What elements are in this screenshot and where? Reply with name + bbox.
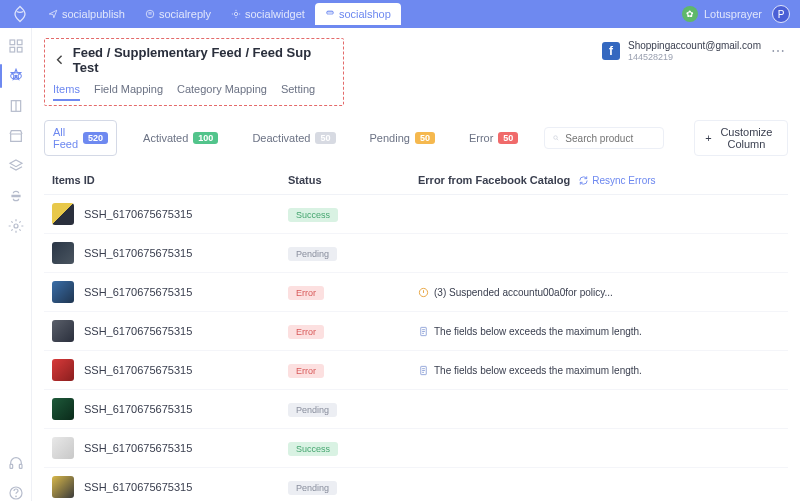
search-icon [553, 132, 559, 144]
top-navbar: socialpublish socialreply socialwidget s… [0, 0, 800, 28]
sidebar-layers-icon[interactable] [8, 158, 24, 174]
filter-pending-count: 50 [415, 132, 435, 144]
sidebar-money-icon[interactable] [8, 188, 24, 204]
filter-deactivated-count: 50 [315, 132, 335, 144]
sidebar-book-icon[interactable] [8, 98, 24, 114]
svg-rect-10 [10, 464, 13, 468]
filter-deactivated[interactable]: Deactivated 50 [244, 127, 343, 149]
top-nav-tabs: socialpublish socialreply socialwidget s… [38, 3, 401, 25]
table-row[interactable]: SSH_6170675675315Success [44, 195, 788, 234]
tab-setting[interactable]: Setting [281, 83, 315, 101]
item-thumbnail [52, 320, 74, 342]
filter-activated[interactable]: Activated 100 [135, 127, 226, 149]
item-thumbnail [52, 281, 74, 303]
resync-errors-link[interactable]: Resync Errors [578, 175, 655, 186]
item-id-text: SSH_6170675675315 [84, 481, 192, 493]
filter-pending[interactable]: Pending 50 [362, 127, 443, 149]
item-id-text: SSH_6170675675315 [84, 442, 192, 454]
warning-icon [418, 287, 429, 298]
filter-all-feed[interactable]: All Feed 520 [44, 120, 117, 156]
left-sidebar [0, 28, 32, 501]
svg-rect-3 [17, 40, 22, 45]
search-input[interactable] [565, 133, 655, 144]
svg-rect-5 [17, 47, 22, 52]
breadcrumb-text: Feed / Supplementary Feed / Feed Sup Tes… [73, 45, 335, 75]
sidebar-store-icon[interactable] [8, 128, 24, 144]
svg-point-1 [234, 12, 237, 15]
filter-error[interactable]: Error 50 [461, 127, 526, 149]
nav-tab-socialwidget[interactable]: socialwidget [221, 3, 315, 25]
table-row[interactable]: SSH_6170675675315Success [44, 429, 788, 468]
plus-icon: + [705, 132, 711, 144]
table-row[interactable]: SSH_6170675675315Pending [44, 468, 788, 501]
svg-point-7 [14, 75, 17, 78]
status-badge: Pending [288, 403, 337, 417]
breadcrumb: Feed / Supplementary Feed / Feed Sup Tes… [53, 45, 335, 75]
nav-tab-label: socialreply [159, 8, 211, 20]
nav-tab-label: socialpublish [62, 8, 125, 20]
nav-tab-socialreply[interactable]: socialreply [135, 3, 221, 25]
tab-category-mapping[interactable]: Category Mapping [177, 83, 267, 101]
nav-tab-label: socialshop [339, 8, 391, 20]
item-id-text: SSH_6170675675315 [84, 364, 192, 376]
status-badge: Error [288, 286, 324, 300]
status-badge: Error [288, 364, 324, 378]
items-table: Items ID Status Error from Facebook Cata… [44, 166, 788, 501]
filter-bar: All Feed 520 Activated 100 Deactivated 5… [44, 120, 788, 156]
user-avatar[interactable]: P [772, 5, 790, 23]
item-id-text: SSH_6170675675315 [84, 403, 192, 415]
paper-plane-icon [48, 9, 58, 19]
table-row[interactable]: SSH_6170675675315Error(3) Suspended acco… [44, 273, 788, 312]
nav-tab-socialpublish[interactable]: socialpublish [38, 3, 135, 25]
table-row[interactable]: SSH_6170675675315ErrorThe fields below e… [44, 351, 788, 390]
facebook-icon: f [602, 42, 620, 60]
nav-tab-label: socialwidget [245, 8, 305, 20]
svg-rect-11 [19, 464, 22, 468]
svg-point-13 [15, 496, 16, 497]
nav-tab-socialshop[interactable]: socialshop [315, 3, 401, 25]
status-badge: Pending [288, 481, 337, 495]
header-dashed-highlight: Feed / Supplementary Feed / Feed Sup Tes… [44, 38, 344, 106]
sidebar-settings-icon[interactable] [8, 218, 24, 234]
item-id-text: SSH_6170675675315 [84, 286, 192, 298]
account-block: f Shoppingaccount@gmail.com 144528219 ⋯ [602, 40, 786, 63]
item-thumbnail [52, 398, 74, 420]
item-thumbnail [52, 242, 74, 264]
item-id-text: SSH_6170675675315 [84, 208, 192, 220]
col-error: Error from Facebook Catalog Resync Error… [418, 174, 784, 186]
refresh-icon [578, 175, 589, 186]
chat-icon [145, 9, 155, 19]
item-thumbnail [52, 437, 74, 459]
col-items-id: Items ID [48, 174, 288, 186]
svg-point-9 [14, 224, 18, 228]
status-badge: Error [288, 325, 324, 339]
filter-all-count: 520 [83, 132, 108, 144]
table-row[interactable]: SSH_6170675675315ErrorThe fields below e… [44, 312, 788, 351]
table-row[interactable]: SSH_6170675675315Pending [44, 390, 788, 429]
search-box[interactable] [544, 127, 664, 149]
main-content: Feed / Supplementary Feed / Feed Sup Tes… [32, 28, 800, 501]
tab-items[interactable]: Items [53, 83, 80, 101]
sidebar-help-icon[interactable] [8, 485, 24, 501]
more-menu-icon[interactable]: ⋯ [771, 43, 786, 59]
customize-column-button[interactable]: + Customize Column [694, 120, 788, 156]
table-header: Items ID Status Error from Facebook Cata… [44, 166, 788, 195]
account-email: Shoppingaccount@gmail.com [628, 40, 761, 52]
item-thumbnail [52, 476, 74, 498]
item-thumbnail [52, 203, 74, 225]
sidebar-dashboard-icon[interactable] [8, 38, 24, 54]
brand-label[interactable]: ✿ Lotusprayer [682, 6, 762, 22]
table-row[interactable]: SSH_6170675675315Pending [44, 234, 788, 273]
sidebar-tag-icon[interactable] [8, 68, 24, 84]
error-message: The fields below exceeds the maximum len… [418, 326, 642, 337]
app-logo-icon [10, 4, 30, 24]
back-chevron-icon[interactable] [53, 53, 67, 67]
sidebar-headset-icon[interactable] [8, 455, 24, 471]
tab-field-mapping[interactable]: Field Mapping [94, 83, 163, 101]
account-id: 144528219 [628, 52, 761, 63]
item-id-text: SSH_6170675675315 [84, 247, 192, 259]
status-badge: Pending [288, 247, 337, 261]
filter-error-count: 50 [498, 132, 518, 144]
item-id-text: SSH_6170675675315 [84, 325, 192, 337]
shop-icon [325, 9, 335, 19]
